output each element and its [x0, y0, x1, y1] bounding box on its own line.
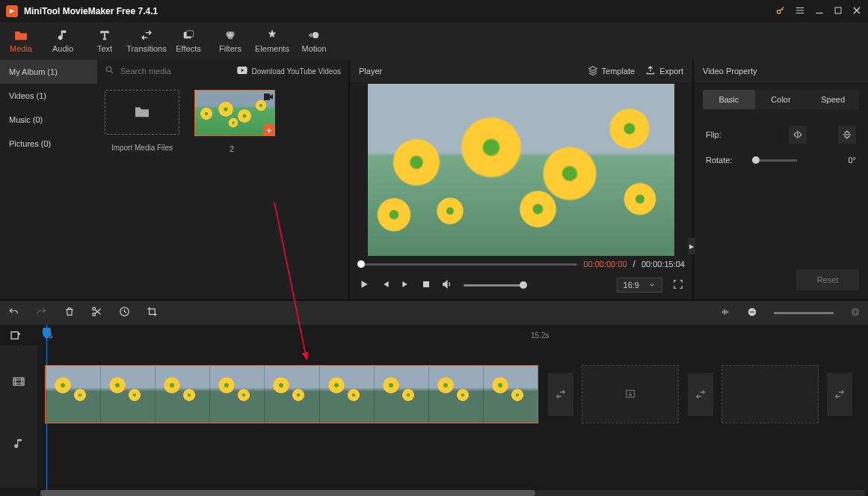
tool-transitions-label: Transitions [126, 44, 166, 53]
scrub-bar[interactable] [357, 263, 577, 266]
sidebar-item-album[interactable]: My Album (1) [0, 60, 97, 84]
transition-slot[interactable] [688, 373, 713, 416]
sidebar-item-videos[interactable]: Videos (1) [0, 84, 97, 108]
stop-icon[interactable] [422, 280, 431, 291]
tool-effects[interactable]: Effects [167, 22, 209, 60]
aspect-ratio-value: 16:9 [624, 281, 639, 290]
titlebar: MiniTool MovieMaker Free 7.4.1 [0, 0, 868, 22]
tool-filters[interactable]: Filters [209, 22, 251, 60]
next-frame-icon[interactable] [401, 279, 411, 292]
ruler-end: 15.2s [531, 331, 549, 340]
flip-vertical-button[interactable] [838, 126, 856, 144]
hamburger-icon[interactable] [795, 5, 805, 18]
volume-icon[interactable] [441, 279, 453, 292]
player-panel: Player Template Export [350, 60, 694, 299]
media-sidebar: My Album (1) Videos (1) Music (0) Pictur… [0, 60, 97, 299]
template-icon [588, 65, 598, 77]
export-label: Export [659, 67, 683, 76]
media-panel: My Album (1) Videos (1) Music (0) Pictur… [0, 60, 350, 299]
sidebar-item-music[interactable]: Music (0) [0, 108, 97, 132]
minimize-icon[interactable] [814, 5, 825, 18]
svg-rect-16 [750, 311, 754, 312]
svg-point-0 [777, 10, 781, 13]
tool-text-label: Text [97, 44, 112, 53]
timeline-scrollbar[interactable] [40, 490, 865, 496]
export-button[interactable]: Export [645, 65, 683, 77]
tool-media[interactable]: Media [0, 22, 42, 60]
close-icon[interactable] [852, 5, 862, 18]
import-media-button[interactable] [105, 90, 179, 135]
time-current: 00:00:00:00 [583, 260, 627, 269]
play-icon[interactable] [359, 279, 369, 292]
tool-elements[interactable]: Elements [251, 22, 293, 60]
expand-handle-icon[interactable]: ▶ [688, 238, 695, 254]
maximize-icon[interactable] [834, 6, 843, 17]
tab-basic[interactable]: Basic [703, 90, 755, 109]
tool-audio[interactable]: Audio [42, 22, 84, 60]
tool-motion[interactable]: Motion [293, 22, 335, 60]
svg-point-8 [106, 67, 111, 72]
export-icon [645, 65, 656, 77]
time-total: 00:00:15:04 [641, 260, 685, 269]
speed-icon[interactable] [119, 306, 130, 319]
key-icon[interactable] [775, 5, 786, 18]
svg-rect-11 [423, 281, 429, 287]
aspect-ratio-select[interactable]: 16:9 [617, 278, 662, 293]
download-youtube-link[interactable]: Download YouTube Videos [237, 67, 341, 76]
svg-rect-19 [855, 310, 855, 314]
tab-speed[interactable]: Speed [807, 90, 859, 109]
zoom-in-icon[interactable] [850, 307, 861, 319]
template-label: Template [602, 67, 635, 76]
svg-point-7 [313, 32, 318, 38]
rotate-slider[interactable] [752, 159, 797, 162]
toolstrip: Media Audio Text Transitions Effects Fil… [0, 22, 868, 60]
volume-slider[interactable] [464, 284, 527, 287]
timeline[interactable]: Track1 0s 15.2s [0, 325, 868, 496]
tab-color[interactable]: Color [755, 90, 807, 109]
split-icon[interactable] [91, 306, 102, 319]
empty-clip-slot[interactable] [582, 365, 679, 423]
folder-icon [134, 105, 150, 120]
svg-point-13 [93, 313, 96, 316]
transition-slot[interactable] [548, 373, 573, 416]
flip-label: Flip: [706, 130, 743, 139]
empty-clip-slot[interactable] [721, 365, 819, 423]
svg-rect-1 [835, 7, 841, 13]
fullscreen-icon[interactable] [673, 279, 683, 292]
rotate-label: Rotate: [706, 156, 743, 165]
tool-text[interactable]: Text [84, 22, 126, 60]
delete-icon[interactable] [64, 306, 75, 319]
timeline-toolbar [0, 299, 868, 325]
timeline-clip[interactable] [45, 365, 538, 423]
search-input[interactable] [120, 67, 231, 76]
time-ruler[interactable]: 0s 15.2s [0, 325, 868, 346]
video-icon [264, 92, 273, 102]
reset-button[interactable]: Reset [796, 269, 859, 290]
rotate-value: 0° [848, 156, 856, 165]
player-title: Player [359, 67, 382, 76]
app-logo [6, 5, 18, 17]
zoom-out-icon[interactable] [747, 307, 757, 319]
media-clip-thumbnail[interactable]: + [194, 90, 275, 136]
sidebar-item-pictures[interactable]: Pictures (0) [0, 132, 97, 156]
prev-frame-icon[interactable] [380, 279, 390, 292]
video-track-icon[interactable] [12, 346, 25, 417]
redo-icon[interactable] [36, 307, 48, 319]
audio-track-icon[interactable] [720, 306, 730, 320]
transition-slot[interactable] [827, 373, 852, 416]
youtube-icon [237, 67, 247, 76]
tool-transitions[interactable]: Transitions [126, 22, 167, 60]
crop-icon[interactable] [147, 306, 158, 319]
undo-icon[interactable] [7, 307, 19, 319]
properties-panel: Video Property Basic Color Speed Flip: R… [694, 60, 868, 299]
zoom-slider[interactable] [774, 312, 834, 314]
chevron-down-icon [648, 281, 656, 290]
video-preview[interactable] [368, 84, 674, 256]
download-youtube-label: Download YouTube Videos [251, 67, 341, 76]
template-button[interactable]: Template [588, 65, 635, 77]
flip-horizontal-button[interactable] [789, 126, 807, 144]
add-to-timeline-icon[interactable]: + [262, 123, 275, 136]
search-icon [105, 65, 114, 77]
audio-track-row-icon[interactable] [13, 417, 25, 470]
tool-media-label: Media [10, 44, 32, 53]
